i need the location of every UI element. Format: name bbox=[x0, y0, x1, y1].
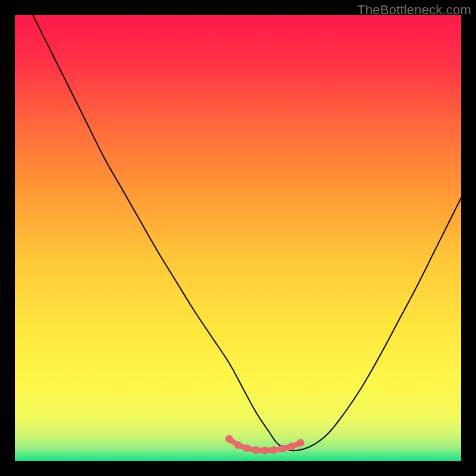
highlight-dot bbox=[297, 439, 305, 447]
highlight-dot bbox=[279, 445, 287, 453]
highlight-dot bbox=[288, 443, 296, 450]
highlight-dot bbox=[243, 444, 251, 452]
plot-area bbox=[15, 15, 461, 461]
highlight-dot bbox=[234, 441, 242, 449]
highlight-dot bbox=[252, 446, 260, 454]
chart-svg bbox=[15, 15, 461, 461]
highlight-dot bbox=[270, 446, 278, 454]
highlight-dot bbox=[261, 447, 269, 455]
highlight-dot bbox=[226, 435, 233, 443]
gradient-bg bbox=[15, 15, 461, 461]
watermark-text: TheBottleneck.com bbox=[357, 2, 471, 18]
chart-frame: TheBottleneck.com bbox=[0, 0, 476, 476]
